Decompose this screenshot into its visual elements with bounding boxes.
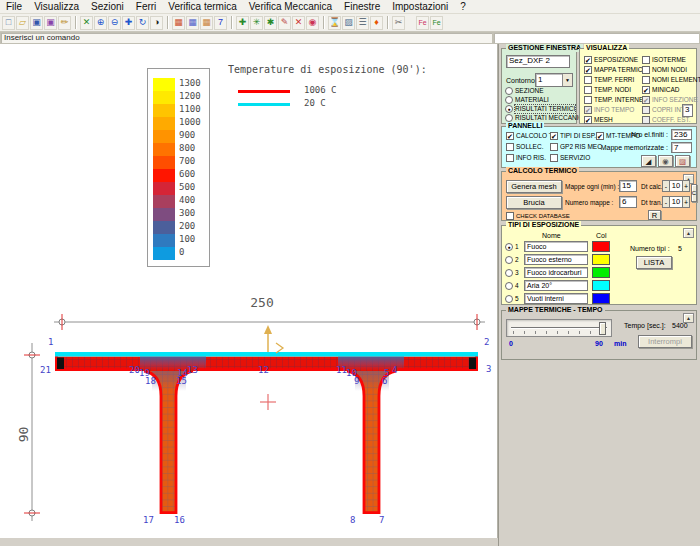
tipo-3-name-input[interactable]: Fuoco idrocarburi bbox=[524, 267, 588, 278]
delete-rebar-button[interactable]: ✕ bbox=[292, 16, 305, 30]
add-rebar-button[interactable]: ✚ bbox=[236, 16, 249, 30]
menu-item-verifica-termica[interactable]: Verifica termica bbox=[162, 1, 242, 12]
check-mappa-termica[interactable]: ✔MAPPA TERMICA bbox=[584, 66, 647, 74]
check-copri-int[interactable]: COPRI INT. bbox=[642, 106, 686, 114]
ferri-check-button[interactable]: Fe bbox=[416, 16, 429, 30]
ferri-gen-button[interactable]: Fe bbox=[430, 16, 443, 30]
tipo-1-name-input[interactable]: Fuoco bbox=[524, 241, 588, 252]
mesh-color-button[interactable]: ▦ bbox=[200, 16, 213, 30]
tipo-1-color-swatch[interactable] bbox=[592, 241, 610, 252]
scroll-up-icon[interactable]: ▲ bbox=[683, 228, 694, 238]
command-input[interactable]: Inserisci un comando bbox=[0, 32, 493, 44]
check-temp-interne[interactable]: TEMP. INTERNE bbox=[584, 96, 643, 104]
menu-item-finestre[interactable]: Finestre bbox=[338, 1, 386, 12]
check-temp-nodi[interactable]: TEMP. NODI bbox=[584, 86, 631, 94]
radio-tipo-4[interactable]: 4 bbox=[505, 282, 519, 290]
drawing-canvas[interactable]: 1300 1200 1100 1000 900 800 700 600 500 … bbox=[0, 44, 498, 538]
check-isoterme[interactable]: ISOTERME bbox=[642, 56, 686, 64]
mesh-edit-button[interactable]: ▦ bbox=[186, 16, 199, 30]
contorno-select[interactable]: 1 ▼ bbox=[535, 73, 573, 87]
check-esposizione[interactable]: ✔ESPOSIZIONE bbox=[584, 56, 638, 64]
thermal-run-button[interactable]: ⌛ bbox=[328, 16, 341, 30]
slider-handle[interactable] bbox=[599, 322, 606, 335]
check-temp-ferri[interactable]: TEMP. FERRI bbox=[584, 76, 634, 84]
tipo-5-name-input[interactable]: Vuoti interni bbox=[524, 293, 588, 304]
check-mesh[interactable]: ✔MESH bbox=[584, 116, 613, 124]
rebar-props-button[interactable]: ◉ bbox=[306, 16, 319, 30]
window-name-input[interactable]: Sez_DXF 2 bbox=[506, 55, 570, 68]
radio-tipo-3[interactable]: 3 bbox=[505, 269, 519, 277]
save-button[interactable]: ▣ bbox=[30, 16, 43, 30]
tipo-4-name-input[interactable]: Aria 20° bbox=[524, 280, 588, 291]
zoom-out-button[interactable]: ⊖ bbox=[108, 16, 121, 30]
dt-tran-plus-button[interactable]: + bbox=[682, 196, 690, 208]
zoom-in-button[interactable]: ⊕ bbox=[94, 16, 107, 30]
report-button[interactable]: ☰ bbox=[356, 16, 369, 30]
menu-item-visualizza[interactable]: Visualizza bbox=[28, 1, 85, 12]
lista-button[interactable]: LISTA bbox=[636, 256, 672, 269]
pan-button[interactable]: ✚ bbox=[122, 16, 135, 30]
check-gp2-ris-mec[interactable]: GP2 RIS MEC bbox=[550, 143, 602, 151]
radio-risultati-termici[interactable]: ●RISULTATI TERMICI bbox=[505, 105, 575, 113]
render-button[interactable]: ◢ bbox=[641, 155, 656, 167]
cut-button[interactable]: ✂ bbox=[392, 16, 405, 30]
time-slider[interactable] bbox=[506, 319, 612, 337]
fire-button[interactable]: ♦ bbox=[370, 16, 383, 30]
add-rebar-multi-button[interactable]: ✳ bbox=[250, 16, 263, 30]
camera-button[interactable]: ◉ bbox=[658, 155, 673, 167]
regen-button[interactable]: ↻ bbox=[136, 16, 149, 30]
brucia-button[interactable]: Brucia bbox=[506, 196, 562, 209]
edit-rebar-button[interactable]: ✎ bbox=[278, 16, 291, 30]
check-coeff-est[interactable]: COEFF. EST. bbox=[642, 116, 691, 124]
r-button[interactable]: R bbox=[648, 210, 661, 220]
c-button[interactable]: C bbox=[691, 184, 697, 202]
menu-item-impostazioni[interactable]: Impostazioni bbox=[386, 1, 454, 12]
interrompi-button[interactable]: Interrompi bbox=[638, 335, 692, 348]
radio-risultati-meccanici[interactable]: RISULTATI MECCANICI bbox=[505, 114, 585, 122]
tipo-2-color-swatch[interactable] bbox=[592, 254, 610, 265]
numero-mappe-input[interactable]: 6 bbox=[619, 196, 637, 208]
erase-button[interactable]: ✕ bbox=[80, 16, 93, 30]
check-sollec[interactable]: SOLLEC. bbox=[506, 143, 543, 151]
tipo-4-color-swatch[interactable] bbox=[592, 280, 610, 291]
tipo-5-color-swatch[interactable] bbox=[592, 293, 610, 304]
menu-item-verifica-meccanica[interactable]: Verifica Meccanica bbox=[243, 1, 338, 12]
open-folder-button[interactable]: ▱ bbox=[16, 16, 29, 30]
check-nomi-nodi[interactable]: NOMI NODI bbox=[642, 66, 687, 74]
rebar-generate-button[interactable]: ✱ bbox=[264, 16, 277, 30]
check-minicad[interactable]: ✔MINICAD bbox=[642, 86, 679, 94]
menu-item-sezioni[interactable]: Sezioni bbox=[85, 1, 130, 12]
check-tipi-di-esp[interactable]: ✔TIPI DI ESP. bbox=[550, 132, 596, 140]
tipo-2-name-input[interactable]: Fuoco esterno bbox=[524, 254, 588, 265]
mesh-view-button[interactable]: ▦ bbox=[172, 16, 185, 30]
chart-button[interactable]: ▨ bbox=[675, 155, 690, 167]
check-info-ris[interactable]: INFO RIS. bbox=[506, 154, 546, 162]
thermal-map-button[interactable]: ▨ bbox=[342, 16, 355, 30]
dt-calc-plus-button[interactable]: + bbox=[682, 180, 690, 192]
check-info-tempo[interactable]: ✔INFO TEMPO bbox=[584, 106, 634, 114]
radio-tipo-2[interactable]: 2 bbox=[505, 256, 519, 264]
check-calcolo-t[interactable]: ✔CALCOLO T. bbox=[506, 132, 554, 140]
mappe-ogni-input[interactable]: 15 bbox=[619, 180, 637, 192]
chevron-down-icon[interactable]: ▼ bbox=[562, 74, 572, 86]
numbering-button[interactable]: 7 bbox=[214, 16, 227, 30]
new-file-button[interactable]: □ bbox=[2, 16, 15, 30]
check-database[interactable]: CHECK DATABASE bbox=[506, 212, 570, 220]
edit-button[interactable]: ✏ bbox=[58, 16, 71, 30]
check-nomi-elementi[interactable]: NOMI ELEMENTI bbox=[642, 76, 700, 84]
check-info-sezione[interactable]: ✔INFO SEZIONE bbox=[642, 96, 698, 104]
genera-mesh-button[interactable]: Genera mesh bbox=[506, 180, 562, 193]
command-value-input[interactable] bbox=[493, 32, 700, 44]
radio-tipo-5[interactable]: 5 bbox=[505, 295, 519, 303]
check-servizio[interactable]: SERVIZIO bbox=[550, 154, 590, 162]
save-all-button[interactable]: ▣ bbox=[44, 16, 57, 30]
radio-materiali[interactable]: MATERIALI bbox=[505, 96, 549, 104]
copri-int-input[interactable]: 3 bbox=[682, 104, 693, 117]
tipo-3-color-swatch[interactable] bbox=[592, 267, 610, 278]
menu-item-file[interactable]: File bbox=[0, 1, 28, 12]
menu-item-help[interactable]: ? bbox=[454, 1, 472, 12]
menu-item-ferri[interactable]: Ferri bbox=[130, 1, 163, 12]
shade-button[interactable]: ◑ bbox=[150, 16, 163, 30]
radio-tipo-1[interactable]: ●1 bbox=[505, 243, 519, 251]
radio-sezione[interactable]: SEZIONE bbox=[505, 87, 544, 95]
